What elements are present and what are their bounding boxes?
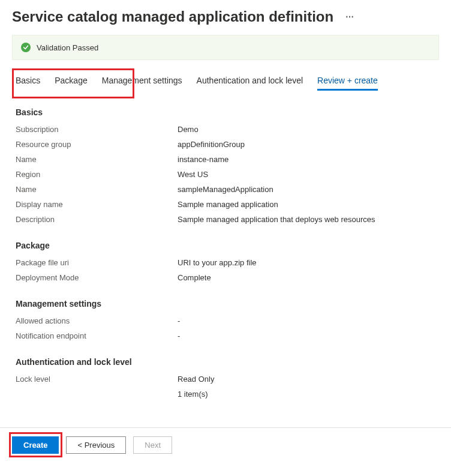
label-subscription: Subscription <box>16 124 178 135</box>
row-region: Region West US <box>16 169 435 180</box>
label-notification-endpoint: Notification endpoint <box>16 331 178 342</box>
label-display-name: Display name <box>16 199 178 210</box>
value-notification-endpoint: - <box>178 331 180 342</box>
validation-banner: Validation Passed <box>12 35 439 60</box>
label-region: Region <box>16 169 178 180</box>
row-resource-group: Resource group appDefinitionGroup <box>16 139 435 150</box>
previous-button[interactable]: < Previous <box>66 436 126 454</box>
section-package: Package Package file uri URI to your app… <box>16 241 435 283</box>
validation-message: Validation Passed <box>37 43 98 52</box>
row-lock-level: Lock level Read Only <box>16 374 435 385</box>
tab-package[interactable]: Package <box>55 72 87 91</box>
value-name-instance: instance-name <box>178 154 228 165</box>
label-name-instance: Name <box>16 154 178 165</box>
next-button: Next <box>133 436 172 454</box>
label-items-count <box>16 389 178 400</box>
value-allowed-actions: - <box>178 316 180 327</box>
tab-review-create[interactable]: Review + create <box>317 72 378 91</box>
value-items-count: 1 item(s) <box>178 389 208 400</box>
label-name-app: Name <box>16 184 178 195</box>
row-items-count: 1 item(s) <box>16 389 435 400</box>
section-management-title: Management settings <box>16 299 435 309</box>
row-name-instance: Name instance-name <box>16 154 435 165</box>
value-lock-level: Read Only <box>178 374 214 385</box>
label-allowed-actions: Allowed actions <box>16 316 178 327</box>
value-resource-group: appDefinitionGroup <box>178 139 245 150</box>
value-subscription: Demo <box>178 124 199 135</box>
value-deployment-mode: Complete <box>178 273 211 283</box>
section-management: Management settings Allowed actions - No… <box>16 299 435 342</box>
row-package-file-uri: Package file uri URI to your app.zip fil… <box>16 258 435 268</box>
label-package-file-uri: Package file uri <box>16 258 178 268</box>
tab-basics[interactable]: Basics <box>16 72 40 91</box>
row-name-app: Name sampleManagedApplication <box>16 184 435 195</box>
footer-actions: Create < Previous Next <box>0 427 451 462</box>
row-deployment-mode: Deployment Mode Complete <box>16 273 435 283</box>
label-description: Description <box>16 214 178 225</box>
section-package-title: Package <box>16 241 435 250</box>
tabs-bar: Basics Package Management settings Authe… <box>0 72 451 91</box>
create-button[interactable]: Create <box>12 436 59 454</box>
check-circle-icon <box>21 43 31 52</box>
value-region: West US <box>178 169 208 180</box>
value-description: Sample managed application that deploys … <box>178 214 375 225</box>
value-package-file-uri: URI to your app.zip file <box>178 258 257 268</box>
value-name-app: sampleManagedApplication <box>178 184 273 195</box>
section-basics-title: Basics <box>16 107 435 117</box>
tab-auth-lock[interactable]: Authentication and lock level <box>197 72 303 91</box>
tab-management-settings[interactable]: Management settings <box>102 72 182 91</box>
label-lock-level: Lock level <box>16 374 178 385</box>
row-subscription: Subscription Demo <box>16 124 435 135</box>
section-auth-title: Authentication and lock level <box>16 357 435 367</box>
label-resource-group: Resource group <box>16 139 178 150</box>
row-description: Description Sample managed application t… <box>16 214 435 225</box>
section-auth-lock: Authentication and lock level Lock level… <box>16 357 435 400</box>
page-title-text: Service catalog managed application defi… <box>12 8 333 25</box>
section-basics: Basics Subscription Demo Resource group … <box>16 107 435 225</box>
row-notification-endpoint: Notification endpoint - <box>16 331 435 342</box>
row-allowed-actions: Allowed actions - <box>16 316 435 327</box>
page-header: Service catalog managed application defi… <box>0 0 451 30</box>
row-display-name: Display name Sample managed application <box>16 199 435 210</box>
label-deployment-mode: Deployment Mode <box>16 273 178 283</box>
review-content: Basics Subscription Demo Resource group … <box>0 107 451 427</box>
more-icon[interactable]: ⋯ <box>345 12 354 22</box>
value-display-name: Sample managed application <box>178 199 278 210</box>
